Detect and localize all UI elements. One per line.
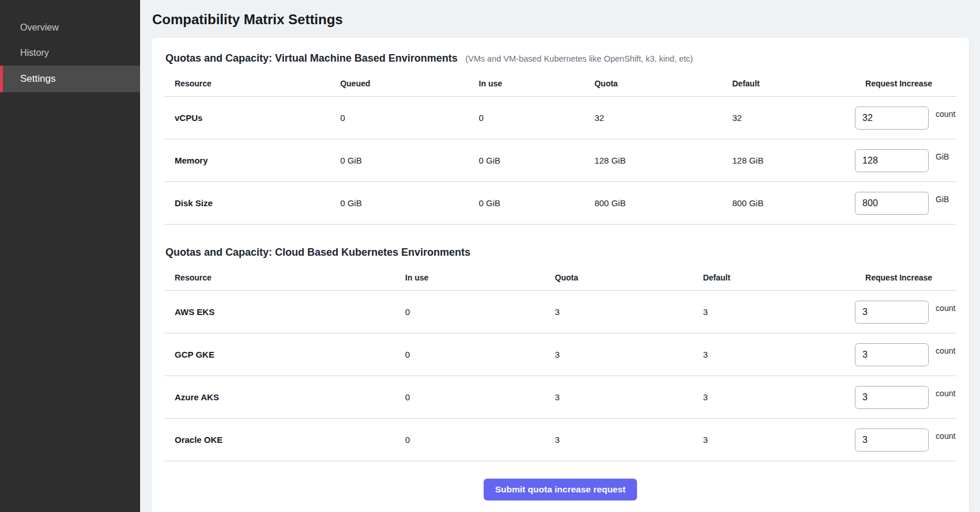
queued-value: 0 GiB: [330, 198, 468, 208]
sidebar-item-history[interactable]: History: [0, 40, 140, 66]
table-row-aws-eks: AWS EKS 0 3 3 count: [164, 291, 956, 333]
column-header-quota: Quota: [545, 273, 693, 282]
column-header-quota: Quota: [584, 79, 722, 88]
column-header-queued: Queued: [330, 79, 468, 88]
sidebar-item-overview[interactable]: Overview: [0, 15, 140, 40]
submit-row: Submit quota increase request: [164, 461, 956, 500]
column-header-resource: Resource: [164, 79, 330, 88]
column-header-default: Default: [722, 79, 855, 88]
unit-label: count: [936, 304, 955, 313]
resource-name: Memory: [164, 156, 330, 165]
sidebar: Overview History Settings: [0, 0, 140, 512]
sidebar-item-settings[interactable]: Settings: [0, 66, 140, 92]
vm-section-title: Quotas and Capacity: Virtual Machine Bas…: [165, 52, 458, 64]
default-value: 128 GiB: [722, 156, 855, 165]
resource-name: Oracle OKE: [164, 435, 395, 445]
main-content: Compatibility Matrix Settings Quotas and…: [140, 0, 980, 512]
cloud-section-title: Quotas and Capacity: Cloud Based Kuberne…: [165, 246, 470, 258]
resource-name: Disk Size: [164, 198, 330, 208]
column-header-request-increase: Request Increase: [855, 273, 956, 282]
column-header-in-use: In use: [395, 273, 545, 282]
quota-request-input[interactable]: [855, 386, 929, 409]
queued-value: 0: [330, 113, 468, 123]
column-header-default: Default: [692, 273, 855, 282]
quota-value: 3: [545, 307, 693, 317]
vm-table-header: Resource Queued In use Quota Default Req…: [164, 70, 956, 97]
vm-section-subtitle: (VMs and VM-based Kubernetes like OpenSh…: [465, 54, 693, 63]
in-use-value: 0: [395, 392, 545, 402]
in-use-value: 0: [469, 113, 585, 123]
resource-name: vCPUs: [164, 113, 330, 123]
resource-name: AWS EKS: [164, 307, 395, 317]
unit-label: count: [936, 346, 955, 355]
quota-value: 3: [545, 435, 693, 445]
in-use-value: 0 GiB: [469, 156, 585, 165]
submit-quota-increase-button[interactable]: Submit quota increase request: [484, 479, 638, 500]
quota-value: 32: [584, 113, 722, 123]
column-header-request-increase: Request Increase: [855, 79, 956, 88]
unit-label: count: [936, 431, 955, 441]
resource-name: Azure AKS: [164, 392, 395, 402]
unit-label: GiB: [936, 152, 949, 161]
table-row-memory: Memory 0 GiB 0 GiB 128 GiB 128 GiB GiB: [164, 139, 956, 182]
table-row-oracle-oke: Oracle OKE 0 3 3 count: [164, 419, 956, 461]
unit-label: count: [936, 109, 955, 119]
cloud-table-header: Resource In use Quota Default Request In…: [164, 264, 956, 291]
quota-request-input[interactable]: [855, 107, 929, 130]
page-title: Compatibility Matrix Settings: [152, 12, 970, 28]
default-value: 32: [722, 113, 855, 123]
quota-value: 128 GiB: [584, 156, 722, 165]
quota-value: 3: [545, 392, 693, 402]
in-use-value: 0: [395, 435, 545, 445]
default-value: 3: [692, 435, 855, 445]
in-use-value: 0 GiB: [469, 198, 585, 208]
in-use-value: 0: [395, 307, 545, 317]
default-value: 3: [692, 392, 855, 402]
quota-request-input[interactable]: [855, 149, 929, 172]
table-row-disk-size: Disk Size 0 GiB 0 GiB 800 GiB 800 GiB Gi…: [164, 182, 956, 225]
quota-request-input[interactable]: [855, 428, 929, 452]
quota-request-input[interactable]: [855, 192, 929, 215]
queued-value: 0 GiB: [330, 156, 468, 165]
column-header-resource: Resource: [164, 273, 395, 282]
table-row-vcpus: vCPUs 0 0 32 32 count: [164, 97, 956, 139]
cloud-section-header: Quotas and Capacity: Cloud Based Kuberne…: [164, 246, 956, 259]
table-row-gcp-gke: GCP GKE 0 3 3 count: [164, 333, 956, 376]
quota-value: 800 GiB: [584, 198, 722, 208]
default-value: 3: [692, 350, 855, 359]
table-row-azure-aks: Azure AKS 0 3 3 count: [164, 376, 956, 419]
quota-request-input[interactable]: [855, 301, 929, 324]
default-value: 800 GiB: [722, 198, 855, 208]
vm-section-header: Quotas and Capacity: Virtual Machine Bas…: [164, 52, 956, 65]
unit-label: GiB: [936, 195, 949, 204]
quota-request-input[interactable]: [855, 343, 929, 366]
default-value: 3: [692, 307, 855, 317]
unit-label: count: [936, 389, 955, 398]
column-header-in-use: In use: [469, 79, 585, 88]
in-use-value: 0: [395, 350, 545, 359]
quota-value: 3: [545, 350, 693, 359]
quota-settings-card: Quotas and Capacity: Virtual Machine Bas…: [151, 37, 970, 512]
resource-name: GCP GKE: [164, 350, 395, 359]
